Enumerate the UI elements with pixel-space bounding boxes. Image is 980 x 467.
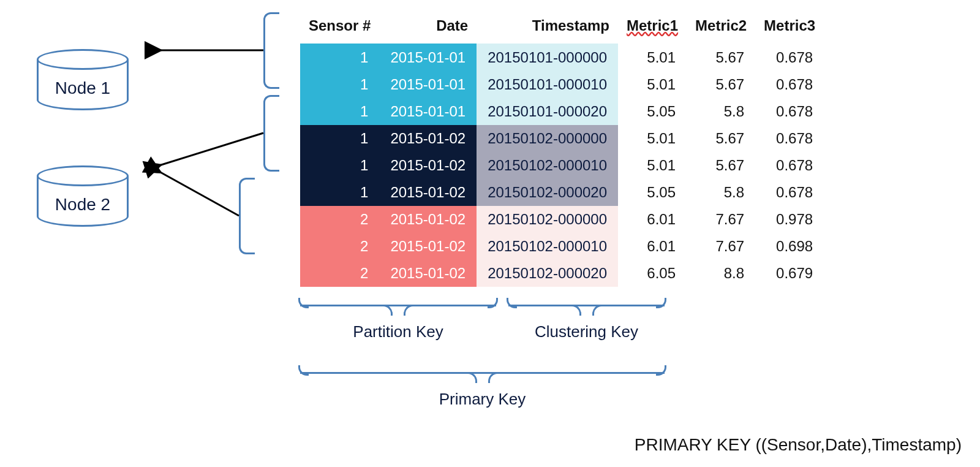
cell-sensor: 1 <box>300 179 379 206</box>
cell-date: 2015-01-02 <box>379 206 477 233</box>
table-row: 12015-01-0220150102-0000005.015.670.678 <box>300 125 824 152</box>
cell-m1: 5.05 <box>618 179 687 206</box>
th-timestamp: Timestamp <box>477 12 618 44</box>
cell-date: 2015-01-01 <box>379 44 477 71</box>
th-sensor: Sensor # <box>300 12 379 44</box>
cell-m3: 0.978 <box>755 206 824 233</box>
cell-m2: 7.67 <box>687 206 755 233</box>
cell-ts: 20150101-000020 <box>477 98 618 125</box>
cell-m3: 0.678 <box>755 44 824 71</box>
database-cylinder-icon: Node 1 <box>37 49 129 110</box>
label-partition-key: Partition Key <box>300 322 496 341</box>
cell-m2: 5.67 <box>687 152 755 179</box>
cell-sensor: 2 <box>300 260 379 287</box>
svg-line-2 <box>159 172 239 216</box>
table-header-row: Sensor # Date Timestamp Metric1 Metric2 … <box>300 12 824 44</box>
cell-m3: 0.678 <box>755 179 824 206</box>
cell-date: 2015-01-02 <box>379 125 477 152</box>
node-1-label: Node 1 <box>37 78 129 98</box>
cell-ts: 20150102-000000 <box>477 206 618 233</box>
diagram-root: Node 1 Node 2 <box>12 12 968 436</box>
cell-m2: 8.8 <box>687 260 755 287</box>
cell-m3: 0.678 <box>755 152 824 179</box>
nodes-column: Node 1 Node 2 <box>12 12 153 282</box>
cell-m2: 5.67 <box>687 44 755 71</box>
node-2: Node 2 <box>12 165 153 227</box>
cell-m2: 5.8 <box>687 179 755 206</box>
th-metric2: Metric2 <box>687 12 755 44</box>
cell-m1: 5.01 <box>618 125 687 152</box>
cell-m3: 0.678 <box>755 98 824 125</box>
label-primary-key: Primary Key <box>300 390 665 409</box>
cell-date: 2015-01-02 <box>379 233 477 260</box>
cell-sensor: 1 <box>300 44 379 71</box>
cell-m1: 5.01 <box>618 71 687 98</box>
table-row: 22015-01-0220150102-0000006.017.670.978 <box>300 206 824 233</box>
brace-clustering-key <box>508 289 665 306</box>
cell-m1: 5.01 <box>618 44 687 71</box>
cell-m1: 6.01 <box>618 206 687 233</box>
cell-ts: 20150102-000010 <box>477 152 618 179</box>
group-brackets <box>165 12 288 51</box>
cell-date: 2015-01-02 <box>379 152 477 179</box>
cell-m1: 5.01 <box>618 152 687 179</box>
brace-partition-key <box>300 289 496 306</box>
cell-m3: 0.698 <box>755 233 824 260</box>
table-row: 12015-01-0220150102-0000205.055.80.678 <box>300 179 824 206</box>
cell-date: 2015-01-02 <box>379 260 477 287</box>
sensor-table: Sensor # Date Timestamp Metric1 Metric2 … <box>300 12 824 287</box>
table-area: Sensor # Date Timestamp Metric1 Metric2 … <box>300 12 824 436</box>
cell-m2: 7.67 <box>687 233 755 260</box>
table-row: 12015-01-0120150101-0000005.015.670.678 <box>300 44 824 71</box>
node-1: Node 1 <box>12 49 153 110</box>
cell-m1: 6.01 <box>618 233 687 260</box>
cell-date: 2015-01-01 <box>379 98 477 125</box>
cell-m2: 5.67 <box>687 71 755 98</box>
primary-key-definition: PRIMARY KEY ((Sensor,Date),Timestamp) <box>635 435 962 455</box>
cell-m3: 0.678 <box>755 71 824 98</box>
cell-date: 2015-01-02 <box>379 179 477 206</box>
table-row: 22015-01-0220150102-0000206.058.80.679 <box>300 260 824 287</box>
brace-primary-key <box>300 357 665 374</box>
cell-date: 2015-01-01 <box>379 71 477 98</box>
cell-ts: 20150101-000010 <box>477 71 618 98</box>
th-metric1: Metric1 <box>618 12 687 44</box>
cell-ts: 20150101-000000 <box>477 44 618 71</box>
cell-ts: 20150102-000010 <box>477 233 618 260</box>
bracket-group-1 <box>263 12 279 89</box>
th-metric3: Metric3 <box>755 12 824 44</box>
bracket-group-2 <box>263 95 279 172</box>
cell-m1: 5.05 <box>618 98 687 125</box>
cell-sensor: 1 <box>300 125 379 152</box>
node-2-label: Node 2 <box>37 195 129 215</box>
th-date: Date <box>379 12 477 44</box>
label-clustering-key: Clustering Key <box>508 322 665 341</box>
key-braces: Partition Key Clustering Key Primary Key <box>300 289 824 436</box>
cell-m2: 5.8 <box>687 98 755 125</box>
cell-sensor: 2 <box>300 206 379 233</box>
table-row: 12015-01-0120150101-0000205.055.80.678 <box>300 98 824 125</box>
cell-m2: 5.67 <box>687 125 755 152</box>
table-row: 12015-01-0220150102-0000105.015.670.678 <box>300 152 824 179</box>
table-row: 22015-01-0220150102-0000106.017.670.698 <box>300 233 824 260</box>
cell-ts: 20150102-000000 <box>477 125 618 152</box>
cell-sensor: 1 <box>300 98 379 125</box>
database-cylinder-icon: Node 2 <box>37 165 129 227</box>
bracket-group-3 <box>239 178 255 254</box>
svg-line-1 <box>159 133 263 165</box>
cell-ts: 20150102-000020 <box>477 260 618 287</box>
cell-sensor: 1 <box>300 152 379 179</box>
cell-sensor: 1 <box>300 71 379 98</box>
cell-m3: 0.678 <box>755 125 824 152</box>
table-row: 12015-01-0120150101-0000105.015.670.678 <box>300 71 824 98</box>
cell-m3: 0.679 <box>755 260 824 287</box>
cell-m1: 6.05 <box>618 260 687 287</box>
cell-sensor: 2 <box>300 233 379 260</box>
cell-ts: 20150102-000020 <box>477 179 618 206</box>
